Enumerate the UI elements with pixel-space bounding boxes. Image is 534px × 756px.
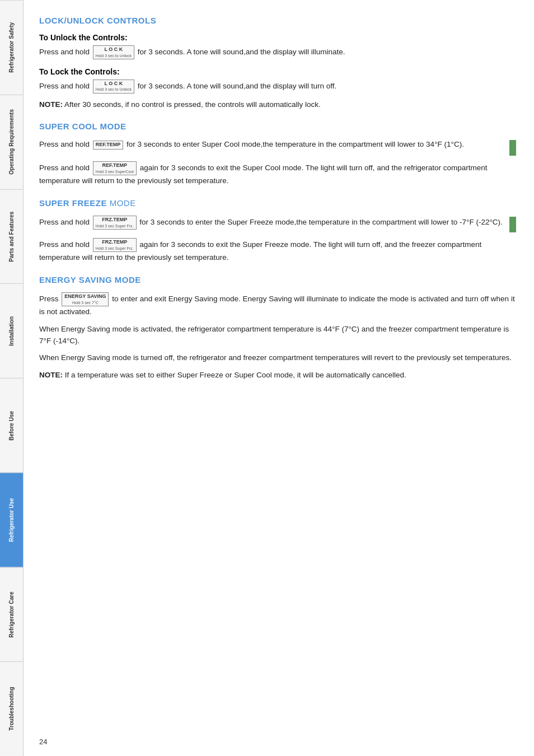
energy-saving-para1: Press ENERGY SAVINGHold 3 sec 7°C to ent… [39,292,516,318]
main-content: LOCK/UNLOCK CONTROLS To Unlock the Contr… [24,0,534,756]
super-freeze-title: SUPER FREEZE MODE [39,198,516,208]
sidebar-tab-before-use[interactable]: Before Use [0,378,23,473]
sidebar-tab-refrigerator-care[interactable]: Refrigerator Care [0,567,23,662]
super-cool-para2: Press and hold REF.TEMPHold 3 sec SuperC… [39,161,516,187]
super-freeze-para2: Press and hold FRZ.TEMPHold 3 sec Super … [39,238,516,264]
super-cool-para1-wrapper: Press and hold REF.TEMP for 3 seconds to… [39,139,516,156]
super-freeze-para1-wrapper: Press and hold FRZ.TEMPHold 3 sec Super … [39,216,516,232]
sidebar-tab-parts-features[interactable]: Parts and Features [0,189,23,284]
energy-saving-para2: When Energy Saving mode is activated, th… [39,324,516,347]
sidebar-tab-operating-requirements[interactable]: Operating Requirements [0,95,23,189]
frz-temp-btn1: FRZ.TEMPHold 3 sec Super Frz. [93,216,137,230]
lock-unlock-title: LOCK/UNLOCK CONTROLS [39,16,516,25]
super-freeze-para1: Press and hold FRZ.TEMPHold 3 sec Super … [39,216,506,230]
ref-temp-btn2: REF.TEMPHold 3 sec SuperCool [93,161,137,175]
sidebar-tab-refrigerator-use[interactable]: Refrigerator Use [0,473,23,567]
sidebar-tab-installation[interactable]: Installation [0,283,23,378]
lock-subtitle: To Lock the Controls: [39,67,516,76]
energy-saving-title: ENERGY SAVING MODE [39,275,516,284]
lock-note: NOTE: After 30 seconds, if no control is… [39,99,516,111]
unlock-subtitle: To Unlock the Controls: [39,33,516,42]
ref-temp-btn1: REF.TEMP [93,141,124,150]
lock-button-img: L O C KHold 3 sec to Unlock [93,45,134,59]
energy-saving-btn: ENERGY SAVINGHold 3 sec 7°C [62,292,109,306]
super-cool-para1: Press and hold REF.TEMP for 3 seconds to… [39,139,506,151]
frz-temp-btn2: FRZ.TEMPHold 3 sec Super Frz. [93,238,137,252]
lock-button-img2: L O C KHold 3 sec to Unlock [93,80,134,94]
super-freeze-indicator [509,217,516,232]
unlock-paragraph: Press and hold L O C KHold 3 sec to Unlo… [39,45,516,59]
sidebar: Refrigerator Safety Operating Requiremen… [0,0,24,756]
super-cool-indicator [509,140,516,156]
page-number: 24 [39,738,47,746]
lock-paragraph: Press and hold L O C KHold 3 sec to Unlo… [39,80,516,94]
sidebar-tab-refrigerator-safety[interactable]: Refrigerator Safety [0,0,23,95]
super-cool-title: SUPER COOL MODE [39,122,516,131]
energy-saving-para3: When Energy Saving mode is turned off, t… [39,352,516,364]
energy-saving-note: NOTE: If a temperature was set to either… [39,370,516,381]
sidebar-tab-troubleshooting[interactable]: Troubleshooting [0,661,23,756]
